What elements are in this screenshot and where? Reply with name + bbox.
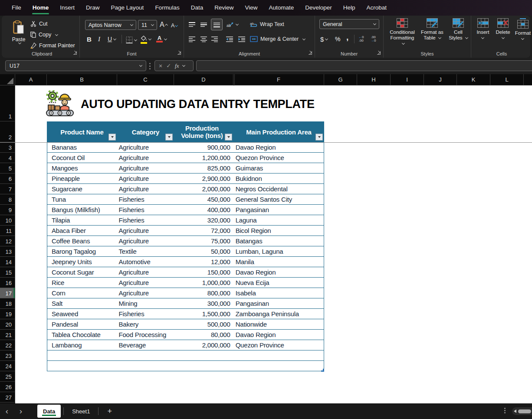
table-cell[interactable]: 800,000 (174, 288, 233, 298)
table-row[interactable]: PandesalBakery500,000Nationwide (47, 319, 324, 330)
table-cell[interactable]: Automotive (118, 257, 174, 267)
format-as-table-button[interactable]: Format as Table (419, 18, 445, 41)
table-cell[interactable]: Guimaras (233, 163, 324, 173)
table-cell[interactable]: Laguna (233, 215, 324, 225)
table-empty-row[interactable] (47, 361, 324, 371)
menu-tab-home[interactable]: Home (27, 0, 55, 16)
row-header-10[interactable]: 10 (0, 215, 15, 226)
italic-button[interactable]: I (98, 34, 100, 44)
table-cell[interactable]: Fisheries (118, 205, 174, 215)
table-row[interactable]: Jeepney UnitsAutomotive12,000Manila (47, 257, 324, 267)
middle-align-button[interactable] (200, 20, 207, 30)
font-dialog-launcher[interactable] (177, 51, 181, 55)
table-cell[interactable] (174, 350, 233, 360)
formula-bar-grip[interactable] (149, 63, 151, 64)
table-cell[interactable]: 320,000 (174, 215, 233, 225)
clipboard-dialog-launcher[interactable] (73, 51, 77, 55)
row-header-5[interactable]: 5 (0, 163, 15, 173)
table-row[interactable]: PineappleAgriculture2,900,000Bukidnon (47, 173, 324, 184)
font-size-select[interactable]: 11 (138, 20, 157, 30)
orientation-button[interactable]: ab (227, 19, 238, 29)
table-row[interactable]: Coffee BeansAgriculture75,000Batangas (47, 236, 324, 246)
row-header-12[interactable]: 12 (0, 236, 15, 246)
table-cell[interactable]: Davao Region (233, 330, 324, 340)
table-cell[interactable]: Isabela (233, 288, 324, 298)
table-row[interactable]: TunaFisheries450,000General Santos City (47, 194, 324, 205)
table-cell[interactable]: Mining (118, 298, 174, 308)
table-cell[interactable]: Quezon Province (233, 153, 324, 163)
enter-icon[interactable]: ✓ (166, 62, 171, 69)
column-header-F[interactable]: F (233, 74, 324, 85)
table-empty-row[interactable] (47, 350, 324, 361)
table-cell[interactable]: 2,000,000 (174, 184, 233, 194)
filter-button[interactable] (225, 134, 232, 141)
table-cell[interactable]: Lumban, Laguna (233, 246, 324, 256)
table-row[interactable]: SugarcaneAgriculture2,000,000Negros Occi… (47, 184, 324, 194)
row-header-3[interactable]: 3 (0, 142, 15, 153)
table-cell[interactable]: Fisheries (118, 215, 174, 225)
row-header-25[interactable]: 25 (0, 371, 15, 382)
table-cell[interactable]: Agriculture (118, 173, 174, 183)
format-painter-button[interactable]: Format Painter (30, 41, 75, 50)
align-left-button[interactable] (188, 34, 196, 44)
filter-button[interactable] (108, 134, 116, 141)
increase-indent-button[interactable] (238, 34, 246, 44)
alignment-dialog-launcher[interactable] (308, 51, 312, 55)
table-cell[interactable]: Negros Occidental (233, 184, 324, 194)
table-cell[interactable]: Bicol Region (233, 226, 324, 236)
sheet-canvas[interactable]: AUTO UPDATING DATA ENTRY TEMPLATE Produc… (15, 85, 532, 403)
table-cell[interactable]: Rice (47, 278, 118, 288)
increase-font-button[interactable]: A (160, 20, 167, 30)
table-cell[interactable]: Nationwide (233, 319, 324, 329)
table-row[interactable]: BananasAgriculture900,000Davao Region (47, 142, 324, 153)
table-cell[interactable]: 400,000 (174, 205, 233, 215)
table-row[interactable]: SeaweedFisheries1,500,000Zamboanga Penin… (47, 309, 324, 319)
table-cell[interactable]: 500,000 (174, 319, 233, 329)
table-cell[interactable]: Food Processing (118, 330, 174, 340)
column-header-D[interactable]: D (174, 74, 233, 85)
font-color-button[interactable]: A (156, 34, 167, 44)
row-header-14[interactable]: 14 (0, 257, 15, 267)
decrease-indent-button[interactable] (226, 34, 233, 44)
wrap-text-button[interactable]: ab Wrap Text (250, 19, 284, 29)
menu-tab-page-layout[interactable]: Page Layout (105, 0, 150, 16)
column-header-I[interactable]: I (391, 74, 424, 85)
row-header-9[interactable]: 9 (0, 205, 15, 215)
column-header-C[interactable]: C (117, 74, 174, 85)
table-row[interactable]: CornAgriculture800,000Isabela (47, 288, 324, 298)
table-row[interactable]: Coconut SugarAgriculture150,000Davao Reg… (47, 267, 324, 278)
comma-button[interactable]: , (346, 32, 348, 43)
table-cell[interactable]: 80,000 (174, 330, 233, 340)
table-cell[interactable]: Pangasinan (233, 298, 324, 308)
table-cell[interactable]: Coffee Beans (47, 236, 118, 246)
table-cell[interactable]: Seaweed (47, 309, 118, 319)
filter-button[interactable] (165, 134, 173, 141)
row-header-16[interactable]: 16 (0, 278, 15, 288)
row-header-7[interactable]: 7 (0, 184, 15, 194)
cell-styles-button[interactable]: Cell Styles (447, 18, 470, 41)
menu-tab-review[interactable]: Review (209, 0, 239, 16)
menu-tab-developer[interactable]: Developer (299, 0, 338, 16)
column-header-B[interactable]: B (47, 74, 117, 85)
column-header-L[interactable]: L (490, 74, 524, 85)
conditional-formatting-button[interactable]: Conditional Formatting (388, 18, 417, 46)
table-cell[interactable]: Agriculture (118, 184, 174, 194)
table-cell[interactable] (233, 361, 324, 371)
column-header-K[interactable]: K (457, 74, 490, 85)
number-format-select[interactable]: General (319, 19, 379, 29)
table-row[interactable]: Tablea ChocolateFood Processing80,000Dav… (47, 330, 324, 340)
table-cell[interactable]: Agriculture (118, 288, 174, 298)
row-header-8[interactable]: 8 (0, 194, 15, 205)
table-cell[interactable]: Fisheries (118, 194, 174, 204)
table-cell[interactable]: Pandesal (47, 319, 118, 329)
table-cell[interactable]: 12,000 (174, 257, 233, 267)
column-header-J[interactable]: J (424, 74, 457, 85)
column-header-A[interactable]: A (15, 74, 47, 85)
menu-tab-file[interactable]: File (6, 0, 27, 16)
table-cell[interactable] (47, 350, 118, 360)
table-cell[interactable]: 72,000 (174, 226, 233, 236)
menu-tab-help[interactable]: Help (338, 0, 361, 16)
select-all-corner[interactable] (0, 74, 15, 85)
table-cell[interactable]: Manila (233, 257, 324, 267)
paste-button[interactable]: Paste (9, 18, 29, 51)
